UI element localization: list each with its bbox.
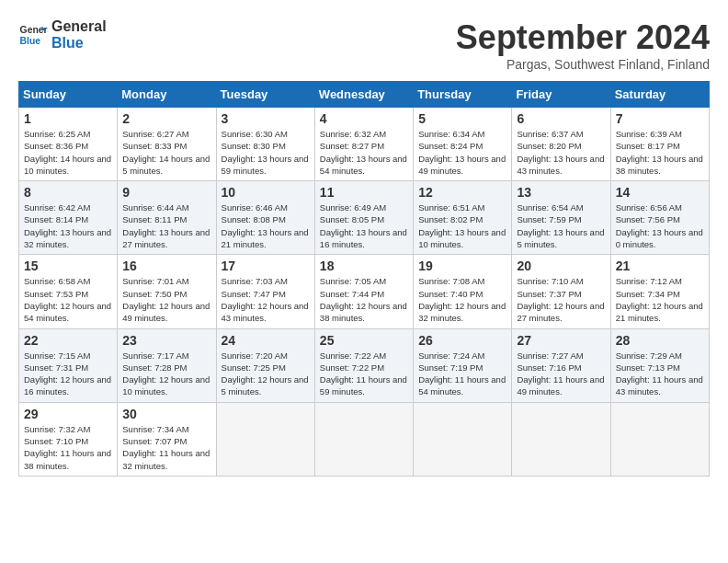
day-number: 27 — [517, 333, 605, 348]
weekday-header-tuesday: Tuesday — [216, 82, 314, 108]
calendar-day-cell — [610, 402, 709, 476]
day-number: 17 — [222, 259, 310, 273]
day-info: Sunrise: 6:46 AMSunset: 8:08 PMDaylight:… — [222, 201, 310, 250]
weekday-header-friday: Friday — [512, 82, 610, 108]
calendar-day-cell: 21Sunrise: 7:12 AMSunset: 7:34 PMDayligh… — [610, 255, 709, 328]
calendar-day-cell: 28Sunrise: 7:29 AMSunset: 7:13 PMDayligh… — [610, 328, 709, 402]
day-info: Sunrise: 6:37 AMSunset: 8:20 PMDaylight:… — [517, 128, 605, 177]
header: General Blue General Blue September 2024… — [18, 18, 710, 72]
day-info: Sunrise: 7:05 AMSunset: 7:44 PMDaylight:… — [320, 275, 408, 324]
calendar-day-cell: 5Sunrise: 6:34 AMSunset: 8:24 PMDaylight… — [414, 108, 512, 181]
weekday-header-row: SundayMondayTuesdayWednesdayThursdayFrid… — [19, 82, 710, 108]
calendar-day-cell: 8Sunrise: 6:42 AMSunset: 8:14 PMDaylight… — [19, 181, 118, 255]
calendar-week-row: 8Sunrise: 6:42 AMSunset: 8:14 PMDaylight… — [19, 181, 710, 255]
day-number: 11 — [320, 185, 408, 200]
calendar-day-cell: 24Sunrise: 7:20 AMSunset: 7:25 PMDayligh… — [216, 328, 314, 402]
calendar-day-cell: 20Sunrise: 7:10 AMSunset: 7:37 PMDayligh… — [512, 255, 610, 328]
day-info: Sunrise: 7:17 AMSunset: 7:28 PMDaylight:… — [122, 350, 210, 398]
calendar-day-cell: 25Sunrise: 7:22 AMSunset: 7:22 PMDayligh… — [314, 328, 413, 402]
day-number: 1 — [24, 111, 112, 126]
day-number: 23 — [122, 333, 210, 348]
day-number: 20 — [517, 259, 605, 273]
calendar-day-cell: 13Sunrise: 6:54 AMSunset: 7:59 PMDayligh… — [512, 181, 610, 255]
calendar-day-cell: 17Sunrise: 7:03 AMSunset: 7:47 PMDayligh… — [216, 255, 314, 328]
calendar-day-cell: 30Sunrise: 7:34 AMSunset: 7:07 PMDayligh… — [118, 402, 216, 476]
day-info: Sunrise: 6:30 AMSunset: 8:30 PMDaylight:… — [222, 128, 310, 177]
weekday-header-sunday: Sunday — [19, 82, 118, 108]
day-info: Sunrise: 7:32 AMSunset: 7:10 PMDaylight:… — [24, 423, 112, 472]
calendar-week-row: 29Sunrise: 7:32 AMSunset: 7:10 PMDayligh… — [19, 402, 710, 476]
calendar-day-cell: 23Sunrise: 7:17 AMSunset: 7:28 PMDayligh… — [118, 328, 216, 402]
day-number: 25 — [320, 333, 408, 348]
day-info: Sunrise: 6:39 AMSunset: 8:17 PMDaylight:… — [616, 128, 704, 177]
day-info: Sunrise: 7:34 AMSunset: 7:07 PMDaylight:… — [122, 423, 210, 472]
calendar-day-cell: 7Sunrise: 6:39 AMSunset: 8:17 PMDaylight… — [610, 108, 709, 181]
location-title: Pargas, Southwest Finland, Finland — [456, 57, 710, 72]
day-number: 14 — [616, 185, 704, 200]
day-number: 22 — [24, 333, 112, 348]
day-number: 24 — [222, 333, 310, 348]
calendar-day-cell: 12Sunrise: 6:51 AMSunset: 8:02 PMDayligh… — [414, 181, 512, 255]
calendar-week-row: 15Sunrise: 6:58 AMSunset: 7:53 PMDayligh… — [19, 255, 710, 328]
day-info: Sunrise: 7:29 AMSunset: 7:13 PMDaylight:… — [616, 350, 704, 398]
calendar-day-cell: 2Sunrise: 6:27 AMSunset: 8:33 PMDaylight… — [118, 108, 216, 181]
calendar: SundayMondayTuesdayWednesdayThursdayFrid… — [18, 81, 710, 477]
calendar-day-cell: 15Sunrise: 6:58 AMSunset: 7:53 PMDayligh… — [19, 255, 118, 328]
calendar-day-cell: 14Sunrise: 6:56 AMSunset: 7:56 PMDayligh… — [610, 181, 709, 255]
day-info: Sunrise: 7:10 AMSunset: 7:37 PMDaylight:… — [517, 275, 605, 324]
logo-text-general: General — [51, 18, 107, 35]
weekday-header-thursday: Thursday — [414, 82, 512, 108]
day-number: 30 — [122, 407, 210, 421]
day-info: Sunrise: 6:51 AMSunset: 8:02 PMDaylight:… — [418, 201, 506, 250]
day-info: Sunrise: 6:27 AMSunset: 8:33 PMDaylight:… — [122, 128, 210, 177]
day-info: Sunrise: 7:03 AMSunset: 7:47 PMDaylight:… — [222, 275, 310, 324]
weekday-header-wednesday: Wednesday — [314, 82, 413, 108]
month-title: September 2024 — [456, 18, 710, 57]
day-info: Sunrise: 7:12 AMSunset: 7:34 PMDaylight:… — [616, 275, 704, 324]
calendar-day-cell: 22Sunrise: 7:15 AMSunset: 7:31 PMDayligh… — [19, 328, 118, 402]
day-number: 8 — [24, 185, 112, 200]
calendar-day-cell — [512, 402, 610, 476]
day-number: 16 — [122, 259, 210, 273]
calendar-day-cell — [414, 402, 512, 476]
day-number: 13 — [517, 185, 605, 200]
calendar-day-cell: 11Sunrise: 6:49 AMSunset: 8:05 PMDayligh… — [314, 181, 413, 255]
day-info: Sunrise: 6:49 AMSunset: 8:05 PMDaylight:… — [320, 201, 408, 250]
day-info: Sunrise: 7:22 AMSunset: 7:22 PMDaylight:… — [320, 350, 408, 398]
day-number: 18 — [320, 259, 408, 273]
day-info: Sunrise: 6:56 AMSunset: 7:56 PMDaylight:… — [616, 201, 704, 250]
day-info: Sunrise: 7:01 AMSunset: 7:50 PMDaylight:… — [122, 275, 210, 324]
day-number: 29 — [24, 407, 112, 421]
day-info: Sunrise: 6:34 AMSunset: 8:24 PMDaylight:… — [418, 128, 506, 177]
day-info: Sunrise: 6:42 AMSunset: 8:14 PMDaylight:… — [24, 201, 112, 250]
day-number: 9 — [122, 185, 210, 200]
day-number: 4 — [320, 111, 408, 126]
day-number: 10 — [222, 185, 310, 200]
calendar-day-cell: 6Sunrise: 6:37 AMSunset: 8:20 PMDaylight… — [512, 108, 610, 181]
day-number: 6 — [517, 111, 605, 126]
calendar-day-cell: 29Sunrise: 7:32 AMSunset: 7:10 PMDayligh… — [19, 402, 118, 476]
day-info: Sunrise: 7:08 AMSunset: 7:40 PMDaylight:… — [418, 275, 506, 324]
calendar-day-cell: 1Sunrise: 6:25 AMSunset: 8:36 PMDaylight… — [19, 108, 118, 181]
weekday-header-monday: Monday — [118, 82, 216, 108]
calendar-day-cell: 10Sunrise: 6:46 AMSunset: 8:08 PMDayligh… — [216, 181, 314, 255]
calendar-day-cell: 19Sunrise: 7:08 AMSunset: 7:40 PMDayligh… — [414, 255, 512, 328]
calendar-day-cell: 3Sunrise: 6:30 AMSunset: 8:30 PMDaylight… — [216, 108, 314, 181]
day-info: Sunrise: 6:58 AMSunset: 7:53 PMDaylight:… — [24, 275, 112, 324]
day-info: Sunrise: 7:15 AMSunset: 7:31 PMDaylight:… — [24, 350, 112, 398]
day-number: 15 — [24, 259, 112, 273]
calendar-day-cell: 16Sunrise: 7:01 AMSunset: 7:50 PMDayligh… — [118, 255, 216, 328]
day-info: Sunrise: 6:54 AMSunset: 7:59 PMDaylight:… — [517, 201, 605, 250]
title-area: September 2024 Pargas, Southwest Finland… — [456, 18, 710, 72]
day-number: 7 — [616, 111, 704, 126]
calendar-week-row: 22Sunrise: 7:15 AMSunset: 7:31 PMDayligh… — [19, 328, 710, 402]
day-number: 2 — [122, 111, 210, 126]
calendar-day-cell: 18Sunrise: 7:05 AMSunset: 7:44 PMDayligh… — [314, 255, 413, 328]
day-number: 21 — [616, 259, 704, 273]
day-info: Sunrise: 6:32 AMSunset: 8:27 PMDaylight:… — [320, 128, 408, 177]
day-info: Sunrise: 6:25 AMSunset: 8:36 PMDaylight:… — [24, 128, 112, 177]
calendar-day-cell — [216, 402, 314, 476]
day-info: Sunrise: 6:44 AMSunset: 8:11 PMDaylight:… — [122, 201, 210, 250]
svg-text:Blue: Blue — [20, 35, 41, 45]
calendar-week-row: 1Sunrise: 6:25 AMSunset: 8:36 PMDaylight… — [19, 108, 710, 181]
